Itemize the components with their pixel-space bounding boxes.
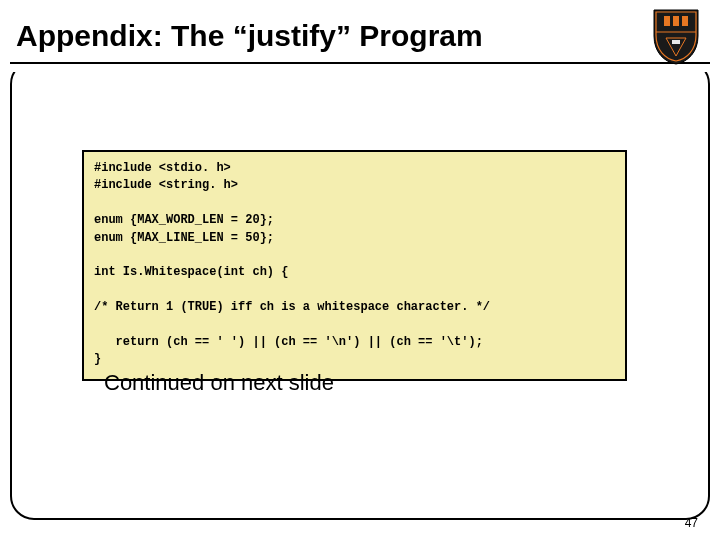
svg-rect-3 xyxy=(672,40,680,44)
continued-text: Continued on next slide xyxy=(104,370,334,396)
title-underline xyxy=(10,62,710,64)
svg-rect-2 xyxy=(682,16,688,26)
svg-rect-0 xyxy=(664,16,670,26)
svg-rect-1 xyxy=(673,16,679,26)
code-block: #include <stdio. h> #include <string. h>… xyxy=(82,150,627,381)
slide-title: Appendix: The “justify” Program xyxy=(16,19,483,53)
page-number: 47 xyxy=(685,516,698,530)
princeton-shield-icon xyxy=(650,8,702,66)
